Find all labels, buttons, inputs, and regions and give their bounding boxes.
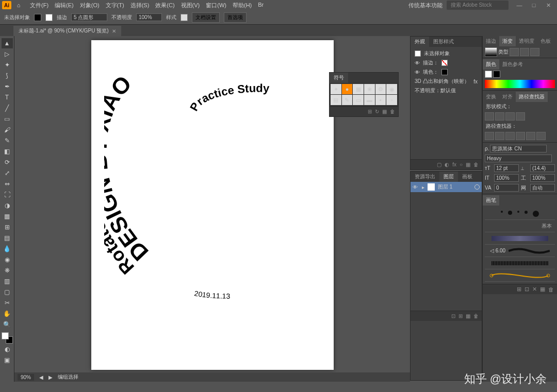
- unite-icon[interactable]: [485, 112, 494, 121]
- eraser-tool[interactable]: ◧: [2, 146, 13, 157]
- symbol-item[interactable]: ▫: [386, 95, 397, 105]
- search-input[interactable]: 搜索 Adobe Stock: [447, 1, 509, 10]
- panel-icon[interactable]: ↻: [375, 109, 379, 114]
- trash-icon[interactable]: 🗑: [473, 313, 479, 319]
- line-tool[interactable]: ╱: [2, 103, 13, 113]
- slice-tool[interactable]: ✂: [2, 298, 13, 308]
- library-icon[interactable]: ⊞: [517, 286, 521, 293]
- gradient-swatch[interactable]: [485, 47, 497, 57]
- panel-icon[interactable]: ⊡: [525, 286, 529, 293]
- swatches-tab[interactable]: 色板: [537, 36, 554, 46]
- vscale-input[interactable]: [494, 174, 519, 182]
- maximize-button[interactable]: □: [527, 1, 540, 9]
- hand-tool[interactable]: ✋: [2, 309, 13, 319]
- tab-close-icon[interactable]: ✕: [112, 28, 116, 34]
- menu-view[interactable]: 视图(V): [179, 1, 202, 10]
- transform-tab[interactable]: 变换: [483, 92, 499, 102]
- menu-file[interactable]: 文件(F): [28, 1, 51, 10]
- symbol-item[interactable]: ◉: [386, 84, 397, 94]
- visibility-icon[interactable]: 👁: [413, 184, 419, 190]
- canvas-area[interactable]: Rotate text effect DESIGN BY XIAO Practi…: [14, 36, 410, 382]
- selection-tool[interactable]: ▲: [2, 38, 13, 48]
- doc-setup-button[interactable]: 文档设置: [192, 12, 220, 23]
- symbols-tab[interactable]: 符号: [330, 73, 348, 83]
- rotate-tool[interactable]: ⟳: [2, 157, 13, 167]
- minus-front-icon[interactable]: [495, 112, 504, 121]
- stroke-swatch[interactable]: [45, 14, 53, 21]
- prefs-button[interactable]: 首选项: [224, 12, 247, 23]
- trash-icon[interactable]: 🗑: [390, 109, 395, 114]
- symbol-sprayer-tool[interactable]: ❋: [2, 265, 13, 276]
- direct-selection-tool[interactable]: ▷: [2, 49, 13, 59]
- gradient-tab[interactable]: 渐变: [499, 36, 516, 46]
- trim-icon[interactable]: [495, 132, 504, 140]
- trash-icon[interactable]: 🗑: [548, 286, 554, 293]
- stroke-weight-input[interactable]: [71, 13, 107, 21]
- brush-item[interactable]: [485, 257, 555, 269]
- new-brush-icon[interactable]: ▦: [540, 286, 545, 293]
- crop-icon[interactable]: [516, 132, 525, 140]
- gradient-tool[interactable]: ▤: [2, 233, 13, 243]
- brush-item[interactable]: [485, 232, 555, 245]
- panel-icon[interactable]: ⊞: [458, 313, 463, 319]
- tracking-input[interactable]: [530, 184, 555, 192]
- layer-name[interactable]: 图层 1: [438, 183, 452, 191]
- home-icon[interactable]: ⌂: [14, 1, 23, 9]
- font-family-input[interactable]: [490, 145, 547, 152]
- hscale-input[interactable]: [530, 174, 555, 182]
- visibility-icon[interactable]: 👁: [415, 70, 420, 75]
- free-transform-tool[interactable]: ⛶: [2, 190, 13, 200]
- symbol-item[interactable]: ❀: [364, 84, 375, 94]
- fill-stroke-swatches[interactable]: [2, 332, 13, 344]
- layer-target-icon[interactable]: [474, 184, 480, 190]
- visibility-icon[interactable]: 👁: [415, 60, 420, 66]
- exclude-icon[interactable]: [516, 112, 525, 121]
- stroke-none-swatch[interactable]: [441, 60, 448, 66]
- symbol-item[interactable]: ▬: [364, 95, 375, 105]
- minimize-button[interactable]: —: [513, 1, 526, 9]
- opacity-input[interactable]: [136, 13, 162, 21]
- pathfinder-tab[interactable]: 路径查找器: [516, 92, 548, 102]
- nav-prev-icon[interactable]: ◀: [39, 374, 43, 380]
- graph-tool[interactable]: ▥: [2, 276, 13, 286]
- brushes-tab[interactable]: 画笔: [483, 195, 499, 206]
- menu-window[interactable]: 窗口(W): [204, 1, 228, 10]
- font-size-input[interactable]: [494, 164, 519, 172]
- kerning-input[interactable]: [494, 184, 519, 192]
- fx-icon[interactable]: fx: [452, 162, 456, 167]
- divide-icon[interactable]: [485, 132, 494, 140]
- width-tool[interactable]: ⇔: [2, 179, 13, 189]
- color-mode-icon[interactable]: ◐: [2, 344, 13, 354]
- mesh-tool[interactable]: ⊞: [2, 222, 13, 232]
- document-tab[interactable]: 未标题-1.ai* @ 90% (CMYK/GPU 预览) ✕: [13, 26, 121, 36]
- rectangle-tool[interactable]: ▭: [2, 114, 13, 124]
- zoom-tool[interactable]: 🔍: [2, 319, 13, 330]
- menu-help[interactable]: 帮助(H): [231, 1, 254, 10]
- freeform-gradient-icon[interactable]: [530, 48, 539, 56]
- fill-color-swatch[interactable]: [2, 332, 9, 339]
- symbol-item[interactable]: ▪: [375, 95, 386, 105]
- color-fg-swatch[interactable]: [485, 71, 492, 78]
- intersect-icon[interactable]: [505, 112, 515, 121]
- appearance-tab[interactable]: 外观: [411, 37, 429, 47]
- color-tab[interactable]: 颜色: [483, 59, 499, 70]
- leading-input[interactable]: [530, 164, 555, 172]
- nav-next-icon[interactable]: ▶: [48, 374, 53, 380]
- symbols-panel[interactable]: 符号 ✦ ● ▦ ❀ ⚙ ◉ ▤ ✎ ▭ ▬ ▪ ▫ ⊞ ↻ ▦ 🗑: [329, 72, 399, 117]
- artboards-tab[interactable]: 画板: [458, 172, 477, 182]
- fill-swatch[interactable]: [34, 14, 41, 21]
- menu-bridge[interactable]: Br: [256, 1, 266, 10]
- color-bg-swatch[interactable]: [493, 71, 500, 78]
- panel-icon[interactable]: ⊞: [368, 109, 372, 114]
- lasso-tool[interactable]: ⟆: [2, 71, 13, 81]
- new-layer-icon[interactable]: ▦: [466, 313, 470, 319]
- blend-tool[interactable]: ◉: [2, 254, 13, 265]
- expand-icon[interactable]: ▸: [422, 184, 424, 190]
- color-spectrum[interactable]: [485, 80, 555, 88]
- close-button[interactable]: ✕: [542, 1, 555, 9]
- symbol-item[interactable]: ●: [342, 84, 353, 94]
- zoom-level[interactable]: 90%: [18, 374, 34, 381]
- symbol-item[interactable]: ▭: [353, 95, 364, 105]
- align-tab[interactable]: 对齐: [499, 92, 516, 102]
- linear-gradient-icon[interactable]: [510, 48, 519, 56]
